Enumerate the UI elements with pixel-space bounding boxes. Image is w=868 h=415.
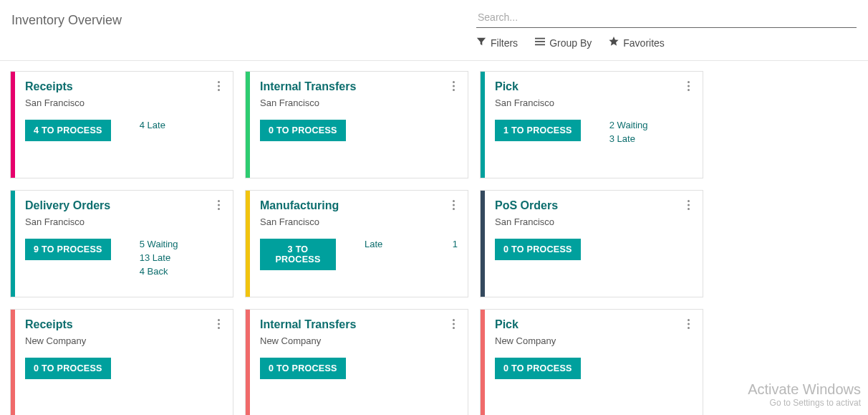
dots-vertical-icon xyxy=(453,81,455,91)
card-title[interactable]: Receipts xyxy=(25,318,223,331)
dots-vertical-icon xyxy=(453,319,455,329)
svg-point-25 xyxy=(453,323,455,325)
process-row: 1 TO PROCESS2 Waiting3 Late xyxy=(495,120,693,144)
kanban-card: Internal TransfersSan Francisco0 TO PROC… xyxy=(245,71,468,178)
process-button[interactable]: 0 TO PROCESS xyxy=(25,358,111,379)
card-subtitle: San Francisco xyxy=(260,97,458,108)
card-menu-button[interactable] xyxy=(211,79,226,93)
status-item[interactable]: 13 Late xyxy=(140,252,178,263)
card-menu-button[interactable] xyxy=(446,198,460,212)
card-title[interactable]: Internal Transfers xyxy=(260,80,458,93)
svg-point-10 xyxy=(688,85,690,87)
svg-point-26 xyxy=(453,327,455,329)
dots-vertical-icon xyxy=(218,81,220,91)
card-body: ReceiptsSan Francisco4 TO PROCESS4 Late xyxy=(15,72,233,178)
process-button[interactable]: 3 TO PROCESS xyxy=(260,239,336,270)
card-subtitle: New Company xyxy=(495,335,693,346)
status-count: 1 xyxy=(453,239,458,249)
card-title[interactable]: Pick xyxy=(495,80,693,93)
dots-vertical-icon xyxy=(218,319,220,329)
svg-point-29 xyxy=(688,327,690,329)
svg-point-6 xyxy=(453,81,455,83)
card-body: PickSan Francisco1 TO PROCESS2 Waiting3 … xyxy=(485,72,703,178)
card-subtitle: New Company xyxy=(260,335,458,346)
card-subtitle: San Francisco xyxy=(495,216,693,227)
svg-point-8 xyxy=(453,89,455,91)
svg-rect-0 xyxy=(535,38,545,39)
svg-point-18 xyxy=(688,200,690,202)
svg-point-7 xyxy=(453,85,455,87)
card-menu-button[interactable] xyxy=(211,198,226,212)
dots-vertical-icon xyxy=(453,200,455,210)
filters-button[interactable]: Filters xyxy=(476,37,518,49)
kanban-card: PickSan Francisco1 TO PROCESS2 Waiting3 … xyxy=(480,71,703,178)
status-label: Late xyxy=(365,239,382,249)
status-item[interactable]: 4 Late xyxy=(140,120,165,130)
card-menu-button[interactable] xyxy=(446,317,460,331)
card-title[interactable]: PoS Orders xyxy=(495,199,693,212)
card-title[interactable]: Receipts xyxy=(25,80,223,93)
status-item[interactable]: Late1 xyxy=(365,239,458,249)
group-by-button[interactable]: Group By xyxy=(535,37,592,49)
process-button[interactable]: 0 TO PROCESS xyxy=(260,120,346,141)
card-menu-button[interactable] xyxy=(211,317,226,331)
process-row: 0 TO PROCESS xyxy=(260,358,458,379)
toolbar: Filters Group By Favorites xyxy=(476,37,857,57)
svg-rect-1 xyxy=(535,41,545,42)
card-menu-button[interactable] xyxy=(446,79,460,93)
card-subtitle: San Francisco xyxy=(25,216,223,227)
process-row: 0 TO PROCESS xyxy=(495,358,693,379)
svg-point-13 xyxy=(218,204,220,206)
svg-point-21 xyxy=(218,319,220,321)
status-item[interactable]: 5 Waiting xyxy=(140,239,178,249)
header-left: Inventory Overview xyxy=(11,7,476,57)
process-row: 0 TO PROCESS xyxy=(495,239,693,260)
card-menu-button[interactable] xyxy=(681,79,695,93)
card-body: Internal TransfersSan Francisco0 TO PROC… xyxy=(250,72,468,178)
card-subtitle: San Francisco xyxy=(260,216,458,227)
card-title[interactable]: Internal Transfers xyxy=(260,318,458,331)
dots-vertical-icon xyxy=(688,319,690,329)
process-button[interactable]: 9 TO PROCESS xyxy=(25,239,111,260)
card-title[interactable]: Pick xyxy=(495,318,693,331)
process-button[interactable]: 1 TO PROCESS xyxy=(495,120,581,141)
svg-point-16 xyxy=(453,204,455,206)
svg-point-27 xyxy=(688,319,690,321)
kanban-card: PickNew Company0 TO PROCESS xyxy=(480,309,703,415)
svg-point-19 xyxy=(688,204,690,206)
svg-point-4 xyxy=(218,85,220,87)
favorites-label: Favorites xyxy=(623,37,665,49)
card-menu-button[interactable] xyxy=(681,198,695,212)
card-title[interactable]: Manufacturing xyxy=(260,199,458,212)
card-body: Internal TransfersNew Company0 TO PROCES… xyxy=(250,310,468,415)
dots-vertical-icon xyxy=(688,200,690,210)
process-row: 0 TO PROCESS xyxy=(260,120,458,141)
svg-point-14 xyxy=(218,208,220,210)
status-item[interactable]: 2 Waiting xyxy=(609,120,648,130)
card-body: ManufacturingSan Francisco3 TO PROCESSLa… xyxy=(250,191,468,297)
favorites-button[interactable]: Favorites xyxy=(609,37,665,49)
svg-point-28 xyxy=(688,323,690,325)
svg-point-3 xyxy=(218,81,220,83)
svg-point-11 xyxy=(688,89,690,91)
status-item[interactable]: 4 Back xyxy=(140,266,178,277)
status-list: 2 Waiting3 Late xyxy=(609,120,648,144)
kanban-card: Delivery OrdersSan Francisco9 TO PROCESS… xyxy=(10,190,233,297)
search-input[interactable] xyxy=(476,7,857,27)
dots-vertical-icon xyxy=(218,200,220,210)
search-wrap xyxy=(476,7,857,28)
card-menu-button[interactable] xyxy=(681,317,695,331)
card-body: PoS OrdersSan Francisco0 TO PROCESS xyxy=(485,191,703,297)
process-button[interactable]: 0 TO PROCESS xyxy=(495,358,581,379)
process-row: 3 TO PROCESSLate1 xyxy=(260,239,458,270)
kanban-card: ReceiptsNew Company0 TO PROCESS xyxy=(10,309,233,415)
svg-point-22 xyxy=(218,323,220,325)
svg-point-20 xyxy=(688,208,690,210)
card-title[interactable]: Delivery Orders xyxy=(25,199,223,212)
star-icon xyxy=(609,37,619,49)
process-button[interactable]: 0 TO PROCESS xyxy=(495,239,581,260)
process-button[interactable]: 0 TO PROCESS xyxy=(260,358,346,379)
status-item[interactable]: 3 Late xyxy=(609,133,648,144)
svg-rect-2 xyxy=(535,44,545,46)
process-button[interactable]: 4 TO PROCESS xyxy=(25,120,111,141)
